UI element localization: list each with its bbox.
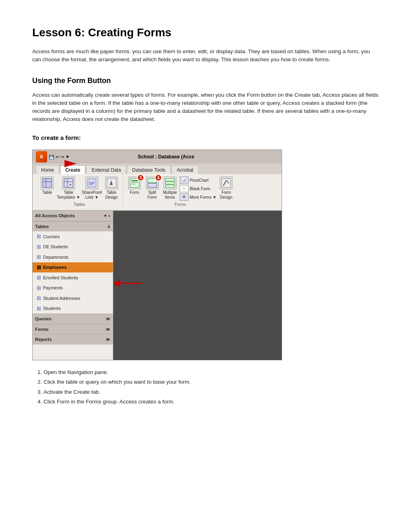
destudents-label: DE Students (43, 243, 68, 250)
nav-section-queries[interactable]: Queries ≫ (33, 314, 113, 324)
multiple-items-label: MultipleItems (163, 190, 177, 200)
tab-create[interactable]: Create (60, 165, 85, 174)
quick-access-toolbar: 💾↩↪▼ (49, 154, 70, 160)
ribbon-tabs: Home Create External Data Database Tools… (33, 164, 282, 174)
blank-form-icon: □ (180, 185, 189, 192)
table-icon (41, 177, 54, 189)
table-row-icon-courses: ⊞ (37, 233, 41, 241)
page-title: Lesson 6: Creating Forms (32, 24, 379, 41)
students-label: Students (43, 305, 60, 312)
svg-rect-15 (131, 184, 135, 185)
titlebar-text: School : Database (Acce (138, 153, 194, 160)
table-btn-label: Table (42, 190, 52, 195)
table-templates-icon: ▼ (62, 177, 75, 189)
tab-home[interactable]: Home (36, 165, 59, 174)
form-design-button[interactable]: FormDesign (218, 177, 234, 200)
forms-right-col: 📊 PivotChart □ Blank Form ⊕ More Forms ▼ (180, 177, 217, 201)
nav-header[interactable]: All Access Objects ▼ « (33, 211, 113, 221)
svg-marker-0 (64, 160, 77, 167)
td-svg (106, 178, 117, 188)
form-button[interactable]: 3 Form (127, 177, 143, 195)
payments-label: Payments (43, 285, 63, 291)
nav-item-payments[interactable]: ⊞ Payments (33, 283, 113, 293)
tab-dbtools[interactable]: Database Tools (127, 165, 171, 174)
nav-item-courses[interactable]: ⊞ Courses (33, 231, 113, 242)
tables-section-label: Tables (35, 223, 49, 230)
badge-3: 3 (137, 174, 144, 181)
more-forms-row[interactable]: ⊕ More Forms ▼ (180, 193, 217, 201)
tab-external[interactable]: External Data (86, 165, 126, 174)
nav-section-reports[interactable]: Reports ≫ (33, 334, 113, 345)
table-button[interactable]: Table (39, 177, 55, 195)
sharepoint-icon: SP (85, 177, 98, 189)
steps-list: Open the Navigation pane. Click the tabl… (44, 368, 379, 406)
forms-expand-icon: ≫ (106, 326, 110, 333)
svg-rect-17 (148, 183, 157, 187)
tables-group: Table ▼ TableTemplates ▼ (36, 176, 123, 208)
sharepoint-button[interactable]: SP SharePointLists ▼ (82, 177, 102, 200)
svg-rect-18 (166, 179, 174, 181)
table-row-icon-studentaddresses: ⊞ (37, 294, 41, 302)
svg-rect-19 (166, 182, 174, 184)
reports-expand-icon: ≫ (106, 336, 110, 343)
split-form-label: SplitForm (147, 190, 157, 200)
courses-label: Courses (43, 233, 60, 240)
form-design-label: FormDesign (220, 190, 232, 200)
section1-body: Access can automatically create several … (32, 91, 379, 124)
table-row-icon-enrolled: ⊞ (37, 274, 41, 282)
nav-item-studentaddresses[interactable]: ⊞ Student Addresses (33, 293, 113, 303)
svg-rect-21 (222, 179, 230, 187)
nav-item-students[interactable]: ⊞ Students (33, 303, 113, 314)
badge-4: 4 (155, 174, 162, 181)
more-forms-icon: ⊕ (180, 193, 189, 201)
table-row-icon-students: ⊞ (37, 305, 41, 313)
pivot-chart-icon: 📊 (180, 177, 189, 184)
nav-item-employees[interactable]: ⊞ Employees (33, 262, 113, 273)
table-row-icon-departments: ⊞ (37, 253, 41, 261)
split-form-button[interactable]: 4 SplitForm (144, 177, 160, 200)
table-design-label: TableDesign (105, 190, 118, 200)
nav-item-departments[interactable]: ⊞ Departments (33, 252, 113, 262)
step-2: Click the table or query on which you wa… (44, 378, 379, 386)
svg-rect-20 (166, 185, 174, 187)
arrow-create (64, 160, 77, 167)
forms-group-label: Forms (174, 202, 186, 208)
screenshot: A 💾↩↪▼ School : Database (Acce Home Crea… (32, 150, 282, 360)
multiple-items-button[interactable]: MultipleItems (162, 177, 178, 200)
table-row-icon-payments: ⊞ (37, 284, 41, 292)
departments-label: Departments (43, 254, 68, 261)
subsection-heading: To create a form: (32, 133, 379, 143)
nav-dropdown-icon[interactable]: ▼ (104, 213, 108, 219)
nav-pane: All Access Objects ▼ « Tables ∧ ⊞ Course… (33, 211, 113, 360)
employees-label: Employees (43, 264, 66, 271)
nav-collapse-icon[interactable]: « (108, 213, 110, 219)
table-design-icon (105, 177, 118, 189)
ribbon-content: Table ▼ TableTemplates ▼ (33, 174, 282, 211)
table-row-icon-employees: ⊞ (37, 264, 41, 272)
nav-header-title: All Access Objects (35, 212, 75, 219)
enrolled-label: Enrolled Students (43, 274, 78, 281)
table-templates-button[interactable]: ▼ TableTemplates ▼ (57, 177, 80, 200)
fd-svg (221, 178, 231, 188)
more-forms-label: More Forms ▼ (190, 194, 217, 200)
svg-rect-14 (131, 182, 138, 183)
pivot-chart-label: PivotChart (190, 177, 209, 183)
pivot-chart-row[interactable]: 📊 PivotChart (180, 177, 217, 184)
tab-acrobat[interactable]: Acrobat (172, 165, 199, 174)
nav-section-tables[interactable]: Tables ∧ (33, 221, 113, 232)
step-1: Open the Navigation pane. (44, 368, 379, 376)
multiple-items-icon (164, 177, 176, 189)
app-icon: A (36, 151, 47, 162)
blank-form-row[interactable]: □ Blank Form (180, 185, 217, 192)
nav-section-forms[interactable]: Forms ≫ (33, 324, 113, 335)
sp-svg: SP (87, 178, 97, 188)
nav-header-btns: ▼ « (104, 213, 110, 219)
table-design-button[interactable]: TableDesign (104, 177, 120, 200)
intro-paragraph: Access forms are much like paper forms: … (32, 48, 379, 64)
form-btn-label: Form (130, 190, 139, 195)
nav-item-enrolled[interactable]: ⊞ Enrolled Students (33, 272, 113, 283)
tables-collapse-icon: ∧ (107, 223, 110, 230)
nav-item-destudents[interactable]: ⊞ DE Students (33, 242, 113, 252)
svg-rect-1 (43, 179, 52, 187)
sharepoint-label: SharePointLists ▼ (82, 190, 102, 200)
